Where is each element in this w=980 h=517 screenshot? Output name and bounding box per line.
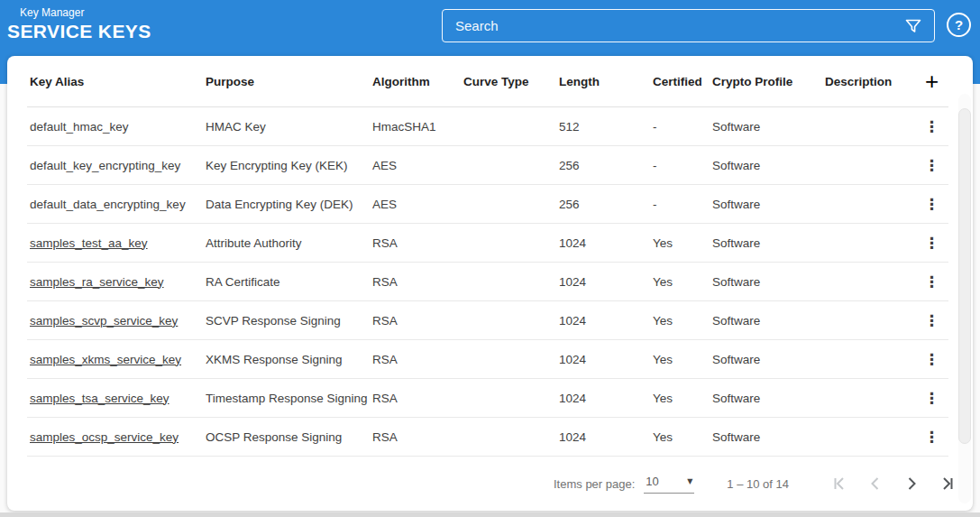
purpose-cell: Key Encrypting Key (KEK): [206, 159, 372, 172]
key-alias-cell[interactable]: samples_ocsp_service_key: [30, 430, 206, 444]
chevron-right-icon: [901, 473, 922, 494]
purpose-cell: SCVP Response Signing: [206, 314, 372, 328]
filter-button[interactable]: [893, 10, 934, 42]
kebab-icon: ⋮: [924, 235, 939, 251]
algorithm-cell: RSA: [372, 314, 463, 328]
purpose-cell: RA Certificate: [206, 275, 372, 289]
certified-cell: Yes: [653, 314, 712, 328]
table-row: samples_ocsp_service_key OCSP Response S…: [27, 418, 948, 457]
crypto-profile-cell: Software: [712, 236, 825, 250]
vertical-scrollbar[interactable]: [958, 94, 971, 503]
items-per-page-select[interactable]: 10 ▼: [644, 475, 694, 494]
purpose-cell: OCSP Response Signing: [206, 430, 372, 444]
key-alias-cell[interactable]: samples_test_aa_key: [30, 236, 206, 250]
key-alias-cell[interactable]: samples_xkms_service_key: [30, 353, 206, 366]
algorithm-cell: AES: [372, 198, 463, 211]
key-alias-cell[interactable]: samples_scvp_service_key: [30, 314, 206, 328]
crypto-profile-cell: Software: [712, 120, 825, 134]
crypto-profile-cell: Software: [712, 353, 825, 366]
last-page-icon: [937, 473, 958, 494]
row-menu-button[interactable]: ⋮: [915, 235, 948, 251]
crypto-profile-cell: Software: [712, 159, 825, 172]
first-page-icon: [829, 473, 850, 494]
pagination-nav: [814, 473, 958, 494]
row-menu-button[interactable]: ⋮: [915, 119, 948, 134]
purpose-cell: HMAC Key: [206, 120, 372, 134]
column-header-key-alias: Key Alias: [30, 75, 206, 88]
certified-cell: -: [653, 159, 712, 172]
row-menu-button[interactable]: ⋮: [915, 158, 948, 173]
first-page-button[interactable]: [829, 473, 850, 494]
column-header-length: Length: [559, 75, 653, 88]
crypto-profile-cell: Software: [712, 198, 825, 211]
last-page-button[interactable]: [937, 473, 958, 494]
chevron-left-icon: [865, 473, 886, 494]
row-menu-button[interactable]: ⋮: [915, 352, 948, 367]
previous-page-button[interactable]: [865, 473, 886, 494]
horizontal-scrollbar[interactable]: [0, 512, 980, 517]
page-range-label: 1 – 10 of 14: [727, 477, 789, 491]
table-row: samples_xkms_service_key XKMS Response S…: [27, 340, 948, 379]
table-body: default_hmac_key HMAC Key HmacSHA1 512 -…: [7, 107, 973, 457]
help-button[interactable]: ?: [947, 13, 971, 37]
algorithm-cell: HmacSHA1: [372, 120, 463, 134]
length-cell: 1024: [559, 392, 653, 405]
table-row: default_hmac_key HMAC Key HmacSHA1 512 -…: [27, 107, 948, 146]
vertical-scrollbar-thumb[interactable]: [958, 108, 971, 444]
service-keys-card: Key Alias Purpose Algorithm Curve Type L…: [7, 56, 973, 511]
row-menu-button[interactable]: ⋮: [915, 391, 948, 406]
key-alias-cell: default_data_encrypting_key: [30, 198, 206, 211]
table-header-row: Key Alias Purpose Algorithm Curve Type L…: [27, 56, 948, 107]
algorithm-cell: RSA: [372, 236, 463, 250]
purpose-cell: XKMS Response Signing: [206, 353, 372, 366]
column-header-algorithm: Algorithm: [372, 75, 463, 88]
purpose-cell: Attribute Authority: [206, 236, 372, 250]
length-cell: 256: [559, 159, 653, 172]
row-menu-button[interactable]: ⋮: [915, 313, 948, 328]
search-box: [442, 9, 935, 42]
column-header-certified: Certified: [653, 75, 712, 88]
column-header-curve-type: Curve Type: [463, 75, 559, 88]
certified-cell: -: [653, 198, 712, 211]
dropdown-caret-icon: ▼: [687, 477, 692, 485]
algorithm-cell: RSA: [372, 392, 463, 405]
row-menu-button[interactable]: ⋮: [915, 197, 948, 212]
column-header-crypto-profile: Crypto Profile: [712, 75, 825, 88]
key-alias-cell[interactable]: samples_tsa_service_key: [30, 392, 206, 405]
filter-funnel-icon: [903, 16, 923, 36]
items-per-page-label: Items per page:: [554, 477, 635, 491]
key-alias-cell[interactable]: samples_ra_service_key: [30, 275, 206, 289]
table-row: samples_tsa_service_key Timestamp Respon…: [27, 379, 948, 418]
kebab-icon: ⋮: [924, 391, 939, 406]
kebab-icon: ⋮: [924, 119, 939, 134]
length-cell: 1024: [559, 353, 653, 366]
crypto-profile-cell: Software: [712, 430, 825, 444]
algorithm-cell: RSA: [372, 353, 463, 366]
table-row: samples_scvp_service_key SCVP Response S…: [27, 301, 948, 340]
table-row: default_data_encrypting_key Data Encrypt…: [27, 185, 948, 224]
certified-cell: Yes: [653, 430, 712, 444]
crypto-profile-cell: Software: [712, 392, 825, 405]
length-cell: 256: [559, 198, 653, 211]
next-page-button[interactable]: [901, 473, 922, 494]
items-per-page-value: 10: [646, 475, 658, 488]
header-titles: Key Manager SERVICE KEYS: [7, 6, 151, 42]
certified-cell: Yes: [653, 353, 712, 366]
certified-cell: Yes: [653, 392, 712, 405]
key-alias-cell: default_hmac_key: [30, 120, 206, 134]
add-key-button[interactable]: +: [915, 72, 948, 90]
length-cell: 512: [559, 120, 653, 134]
certified-cell: Yes: [653, 236, 712, 250]
purpose-cell: Timestamp Response Signing: [206, 392, 372, 405]
row-menu-button[interactable]: ⋮: [915, 429, 948, 445]
breadcrumb-app-name: Key Manager: [20, 6, 151, 19]
paginator: Items per page: 10 ▼ 1 – 10 of 14: [7, 457, 973, 511]
help-icon: ?: [955, 17, 963, 32]
kebab-icon: ⋮: [924, 352, 939, 367]
crypto-profile-cell: Software: [712, 314, 825, 328]
row-menu-button[interactable]: ⋮: [915, 274, 948, 290]
crypto-profile-cell: Software: [712, 275, 825, 289]
table-row: samples_test_aa_key Attribute Authority …: [27, 224, 948, 263]
certified-cell: Yes: [653, 275, 712, 289]
search-input[interactable]: [443, 10, 893, 42]
